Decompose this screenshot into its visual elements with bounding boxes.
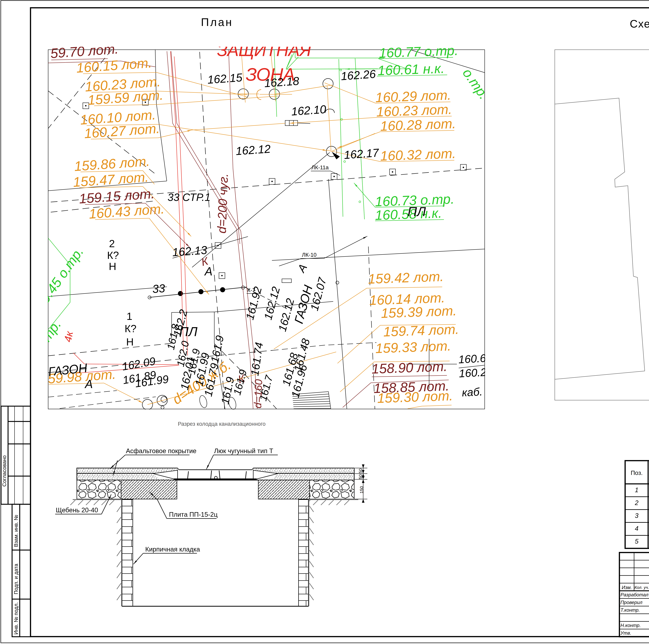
svg-text:Подп. и дата: Подп. и дата <box>13 564 19 594</box>
svg-text:Взам. инв. №: Взам. инв. № <box>13 515 19 547</box>
svg-text:К?: К? <box>107 249 119 261</box>
svg-text:159.30 лот.: 159.30 лот. <box>377 388 453 406</box>
svg-text:Согласовано: Согласовано <box>1 455 7 487</box>
svg-text:160.6: 160.6 <box>458 352 486 366</box>
svg-text:Асфальтовое покрытие: Асфальтовое покрытие <box>126 447 197 455</box>
svg-text:160.61 н.к.: 160.61 н.к. <box>377 60 445 78</box>
svg-text:Кол. уч.: Кол. уч. <box>634 585 649 590</box>
svg-text:ЛК-10: ЛК-10 <box>302 252 316 258</box>
svg-text:Схема локальной асфальтировки: Схема локальной асфальтировки <box>630 18 649 30</box>
svg-text:162.18: 162.18 <box>264 74 299 90</box>
svg-text:162.10: 162.10 <box>291 103 327 118</box>
svg-text:1: 1 <box>127 311 132 322</box>
svg-text:А: А <box>204 265 213 278</box>
svg-text:Н: Н <box>109 261 116 272</box>
svg-text:150: 150 <box>359 486 364 494</box>
svg-text:Разработал: Разработал <box>620 592 648 597</box>
svg-text:159.74 лот.: 159.74 лот. <box>383 322 459 339</box>
svg-text:Проверил: Проверил <box>620 600 642 605</box>
svg-text:160.2: 160.2 <box>459 366 487 380</box>
svg-text:162.17: 162.17 <box>343 146 380 162</box>
svg-text:159.39 лот.: 159.39 лот. <box>381 303 457 321</box>
svg-text:33 СТР.1: 33 СТР.1 <box>168 191 211 203</box>
svg-text:Н.контр.: Н.контр. <box>620 623 641 628</box>
svg-text:Разрез колодца канализационног: Разрез колодца канализационного <box>178 421 266 427</box>
svg-text:А: А <box>84 377 93 390</box>
svg-text:33: 33 <box>152 282 166 295</box>
svg-text:162.26: 162.26 <box>340 67 376 83</box>
svg-text:Инв. № подл.: Инв. № подл. <box>13 602 19 635</box>
svg-text:ЛК-11а: ЛК-11а <box>311 165 329 171</box>
svg-text:Люк чугунный тип Т: Люк чугунный тип Т <box>214 447 273 455</box>
svg-text:Кирпичная кладка: Кирпичная кладка <box>145 546 200 553</box>
svg-text:Н: Н <box>126 336 134 348</box>
svg-text:3: 3 <box>635 512 639 519</box>
svg-text:2: 2 <box>635 499 639 506</box>
svg-text:162.12: 162.12 <box>235 142 271 157</box>
svg-text:Поз.: Поз. <box>631 469 643 476</box>
svg-text:К?: К? <box>125 323 136 334</box>
svg-text:162.15: 162.15 <box>207 71 243 86</box>
svg-text:159.42 лот.: 159.42 лот. <box>368 269 444 286</box>
svg-text:Т.контр.: Т.контр. <box>620 607 640 613</box>
svg-text:Плита ПП-15-2ц: Плита ПП-15-2ц <box>169 511 218 518</box>
svg-text:d=200 чуг.: d=200 чуг. <box>215 173 230 234</box>
svg-text:50: 50 <box>358 474 363 479</box>
svg-text:162.13: 162.13 <box>172 243 207 259</box>
svg-text:Утв.: Утв. <box>620 630 631 636</box>
svg-text:159.33 лот.: 159.33 лот. <box>375 338 451 356</box>
svg-text:Изм.: Изм. <box>622 585 632 590</box>
svg-text:План: План <box>201 16 233 28</box>
svg-text:50: 50 <box>358 468 363 473</box>
svg-text:Щебень 20-40: Щебень 20-40 <box>56 506 98 514</box>
svg-text:2: 2 <box>109 238 115 249</box>
svg-text:158.90 лот.: 158.90 лот. <box>371 359 447 376</box>
svg-text:4: 4 <box>635 525 639 532</box>
svg-text:ПЛ: ПЛ <box>407 204 426 219</box>
svg-text:160.32 лот.: 160.32 лот. <box>380 146 456 164</box>
svg-text:5: 5 <box>635 538 639 545</box>
svg-text:160.28 лот.: 160.28 лот. <box>380 116 456 134</box>
svg-text:1: 1 <box>635 486 639 494</box>
